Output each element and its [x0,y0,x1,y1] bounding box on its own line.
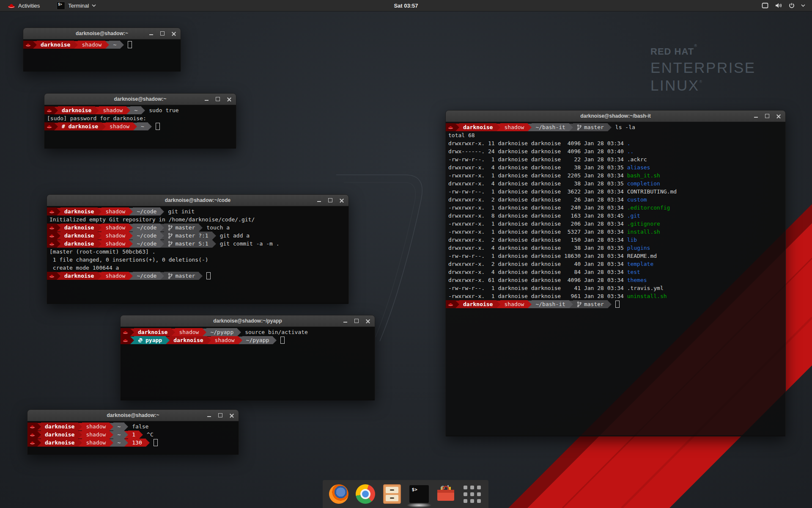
minimize-button[interactable] [148,31,154,36]
terminal-cursor [156,123,160,130]
volume-icon[interactable] [775,3,782,8]
app-menu-terminal[interactable]: $> Terminal [52,0,100,11]
close-button[interactable] [365,318,370,323]
maximize-button[interactable] [218,413,223,418]
command-text: git commit -a -m . [220,240,280,247]
dock-item-app-grid[interactable] [462,483,483,505]
output-text: 1 file changed, 0 insertions(+), 0 delet… [47,257,208,263]
maximize-button[interactable] [160,31,165,36]
powerline-separator [102,123,106,130]
minimize-button[interactable] [343,318,348,323]
output-text: create mode 100644 a [47,265,119,271]
activities-button[interactable]: Activities [4,0,43,11]
maximize-button[interactable] [328,198,333,203]
prompt-segment-branch: master ?:1 [164,232,212,240]
prompt-segment-user: darknoise [41,422,78,431]
prompt-segment-branch: master [164,272,199,280]
command-text: source bin/activate [245,329,308,335]
file-name: .gitignore [627,221,660,227]
prompt-segment-host: shadow [82,439,110,447]
output-text: [master (root-commit) 50bcb63] . [47,248,155,255]
maximize-button[interactable] [765,113,770,119]
dock-item-files[interactable] [381,483,403,505]
dock-item-firefox[interactable] [328,483,349,505]
powerline-separator [569,124,573,131]
dock-item-terminal[interactable]: $> [409,483,430,505]
close-button[interactable] [171,31,176,36]
prompt-segment-host: shadow [102,224,129,232]
output-text: -rwxrwxr-x. 1 darknoise darknoise 206 Ja… [446,221,627,227]
redhat-icon [47,224,57,232]
output-text: drwxrwxr-x. 8 darknoise darknoise 163 Ja… [446,213,627,219]
terminal-line: -rwxrwxr-x. 1 darknoise darknoise 206 Ja… [446,220,785,228]
terminal-line: darknoiseshadow~sudo true [44,106,236,114]
close-button[interactable] [227,97,232,102]
clock[interactable]: Sat 03:57 [390,0,422,11]
powerline-separator [608,124,612,131]
terminal-line: darknoiseshadow~/bash-itmaster [446,300,785,308]
prompt-segment-user: darknoise [459,123,497,131]
close-button[interactable] [776,113,781,119]
powerline-separator [129,208,133,215]
output-text: [sudo] password for darknoise: [44,115,146,121]
file-name: .travis.yml [627,285,664,291]
window-controls [343,315,370,326]
terminal-body[interactable]: darknoiseshadow~/codegit initInitialized… [47,206,348,304]
window-titlebar[interactable]: darknoise@shadow:~/code [47,195,348,206]
terminal-body[interactable]: darknoiseshadow~sudo true[sudo] password… [44,105,236,149]
terminal-body[interactable]: darknoiseshadow~falsedarknoiseshadow~1^C… [27,421,239,455]
powerline-separator [98,272,102,280]
powerline-separator [57,272,60,280]
dock-item-chrome[interactable] [355,483,376,505]
powerline-separator [199,272,203,280]
prompt-segment-user: darknoise [41,431,78,439]
terminal-line: total 68 [446,131,785,139]
dock-item-toolbox[interactable] [435,483,456,505]
powerline-separator [141,107,145,114]
powerline-separator [129,232,133,240]
chevron-down-icon[interactable] [801,4,805,7]
powerline-separator [37,439,41,447]
powerline-separator [98,208,102,215]
terminal-body[interactable]: darknoiseshadow~/bash-itmasterls -latota… [446,122,785,436]
file-name: plugins [627,245,650,251]
terminal-body[interactable]: darknoiseshadow~/pyappsource bin/activat… [121,327,375,400]
close-button[interactable] [339,198,344,203]
terminal-body[interactable]: darknoiseshadow~ [23,39,181,72]
powerline-separator [54,107,58,114]
maximize-button[interactable] [215,97,220,102]
powerline-separator [212,240,216,248]
prompt-segment-host: shadow [102,232,129,240]
window-title: darknoise@shadow:~/pyapp [213,318,282,324]
terminal-line: drwxrwxr-x. 4 darknoise darknoise 38 Jan… [446,163,785,171]
window-titlebar[interactable]: darknoise@shadow:~/bash-it [446,110,785,122]
window-titlebar[interactable]: darknoise@shadow:~/pyapp [121,315,375,327]
redhat-icon [27,431,37,439]
display-icon[interactable] [762,3,768,8]
prompt-segment-path: ~/code [133,232,160,240]
maximize-button[interactable] [354,318,359,323]
prompt-segment-branch: master [573,300,608,308]
running-indicator [407,503,431,508]
minimize-button[interactable] [753,113,758,119]
close-icon [366,319,370,323]
output-text: drwxrwxr-x. 4 darknoise darknoise 38 Jan… [446,180,627,187]
window-titlebar[interactable]: darknoise@shadow:~ [23,28,181,39]
minimize-button[interactable] [316,198,321,203]
minimize-button[interactable] [206,413,211,418]
terminal-line: darknoiseshadow~/codemaster ?:1git add a [47,232,348,240]
window-titlebar[interactable]: darknoise@shadow:~ [27,410,239,421]
minimize-button[interactable] [204,97,209,102]
power-icon[interactable] [789,3,795,8]
branch-icon [168,273,173,279]
close-button[interactable] [229,413,234,418]
output-text: -rwxrwxr-x. 1 darknoise darknoise 961 Ja… [446,293,627,299]
prompt-segment-host: shadow [106,122,133,130]
powerline-separator [166,337,170,344]
top-bar: Activities $> Terminal Sat 03:57 [0,0,812,11]
toolbox-icon [436,484,456,504]
close-icon [227,97,231,101]
chevron-down-icon [92,4,96,7]
window-titlebar[interactable]: darknoise@shadow:~ [44,94,236,105]
terminal-line: -rwxrwxr-x. 1 darknoise darknoise 5327 J… [446,228,785,236]
